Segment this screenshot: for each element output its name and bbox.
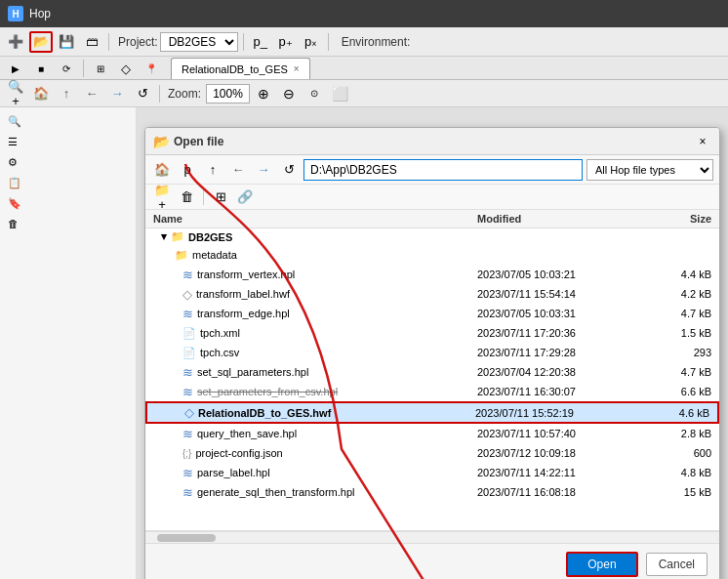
hwf-icon: ◇ — [182, 287, 192, 302]
p-x-btn[interactable]: pₓ — [300, 31, 323, 53]
new-btn[interactable]: ➕ — [4, 31, 27, 53]
dialog-close-btn[interactable]: × — [694, 133, 711, 150]
zoom-in-btn[interactable]: 🔍+ — [4, 83, 27, 104]
nav-home-btn[interactable]: 🏠 — [151, 159, 173, 181]
col-modified[interactable]: Modified — [477, 213, 633, 225]
new-folder-btn[interactable]: 📁+ — [151, 186, 173, 208]
nav-up-btn[interactable]: ↑ — [202, 159, 223, 181]
stop-btn[interactable]: ■ — [29, 58, 53, 79]
sidebar-item-2[interactable]: ☰ — [0, 132, 136, 152]
app-icon: H — [8, 6, 23, 21]
zoom-label: Zoom: — [168, 87, 201, 101]
csv-icon: 📄 — [182, 347, 196, 359]
sep-5 — [159, 85, 160, 103]
refresh-btn[interactable]: ↺ — [131, 83, 154, 104]
tab-label: RelationalDB_to_GES — [182, 63, 288, 75]
list-item[interactable]: ≋ generate_sql_then_transform.hpl 2023/0… — [145, 482, 719, 502]
play-btn[interactable]: ▶ — [4, 58, 27, 79]
toolbar-sep — [203, 189, 204, 205]
p-btn[interactable]: p_ — [249, 31, 272, 53]
path-input[interactable] — [303, 159, 583, 181]
open-button[interactable]: Open — [566, 552, 637, 577]
save-btn[interactable]: 💾 — [55, 31, 78, 53]
separator-2 — [243, 33, 244, 51]
tab-relationaldb[interactable]: RelationalDB_to_GES × — [171, 58, 310, 79]
list-item[interactable]: ≋ parse_label.hpl 2023/07/11 14:22:11 4.… — [145, 463, 719, 482]
list-item[interactable]: 📄 tpch.csv 2023/07/11 17:29:28 293 — [145, 343, 719, 362]
list-item[interactable]: 📄 tpch.xml 2023/07/11 17:20:36 1.5 kB — [145, 323, 719, 343]
folder-icon: 📁 — [175, 249, 188, 262]
link-btn[interactable]: 🔗 — [234, 186, 256, 208]
hpl-icon: ≋ — [182, 485, 193, 500]
nav-back-btn[interactable]: ← — [227, 159, 249, 181]
cancel-button[interactable]: Cancel — [646, 553, 708, 576]
env-label: Environment: — [342, 35, 411, 49]
diamond-btn[interactable]: ◇ — [114, 58, 138, 79]
tab-close-btn[interactable]: × — [294, 63, 300, 74]
home-btn[interactable]: 🏠 — [29, 83, 53, 104]
saveas-btn[interactable]: 🗃 — [80, 31, 103, 53]
nav-refresh-btn[interactable]: ↺ — [278, 159, 300, 181]
nav-fwd-btn[interactable]: → — [105, 83, 129, 104]
sidebar-item-3[interactable]: ⚙ — [0, 152, 136, 173]
view-btn[interactable]: ⊞ — [210, 186, 231, 208]
sidebar-item-6[interactable]: 🗑 — [0, 214, 136, 233]
dialog-nav: 🏠 p ↑ ← → ↺ All Hop file types — [145, 155, 719, 185]
nav-forward-btn[interactable]: → — [253, 159, 274, 181]
sidebar-item-5[interactable]: 🔖 — [0, 193, 136, 214]
nav-up-btn[interactable]: ↑ — [55, 83, 78, 104]
scrollbar-thumb[interactable] — [157, 534, 216, 542]
grid-btn[interactable]: ⊞ — [89, 58, 112, 79]
col-name[interactable]: Name — [153, 213, 477, 225]
p-plus-btn[interactable]: p₊ — [274, 31, 298, 53]
hpl-icon: ≋ — [182, 427, 193, 441]
json-icon: {;} — [182, 448, 191, 459]
file-list-header: Name Modified Size — [145, 210, 719, 228]
project-select[interactable]: DB2GES — [160, 32, 238, 52]
list-item-selected[interactable]: ◇ RelationalDB_to_GES.hwf 2023/07/11 15:… — [145, 401, 719, 424]
app-window: H Hop ➕ 📂 💾 🗃 Project: DB2GES p_ p₊ pₓ E… — [0, 0, 728, 579]
nav-p-btn[interactable]: p — [177, 159, 198, 181]
open-btn[interactable]: 📂 — [29, 31, 53, 53]
hpl-icon: ≋ — [182, 307, 193, 321]
filter-select[interactable]: All Hop file types — [586, 159, 713, 181]
dialog-title-icon: 📂 — [153, 134, 170, 149]
main-area: 🔍 ☰ ⚙ 📋 🔖 🗑 📂 Open file × — [0, 107, 728, 579]
hpl-icon: ≋ — [182, 385, 193, 399]
horizontal-scrollbar[interactable] — [145, 531, 719, 543]
open-file-dialog: 📂 Open file × 🏠 p ↑ ← → ↺ Al — [144, 127, 720, 579]
main-toolbar: ➕ 📂 💾 🗃 Project: DB2GES p_ p₊ pₓ Environ… — [0, 27, 728, 57]
sidebar-item-4[interactable]: 📋 — [0, 173, 136, 193]
dialog-bottom: Open Cancel — [145, 543, 719, 579]
title-bar: H Hop — [0, 0, 728, 27]
list-item[interactable]: ◇ transform_label.hwf 2023/07/11 15:54:1… — [145, 284, 719, 304]
list-item[interactable]: ≋ set_sql_parameters.hpl 2023/07/04 12:2… — [145, 362, 719, 382]
list-item[interactable]: {;} project-config.json 2023/07/12 10:09… — [145, 443, 719, 463]
canvas-area: 📂 Open file × 🏠 p ↑ ← → ↺ Al — [137, 107, 728, 579]
list-item[interactable]: ≋ transform_edge.hpl 2023/07/05 10:03:31… — [145, 304, 719, 323]
expand-icon: ▾ — [161, 230, 167, 243]
sidebar-item-1[interactable]: 🔍 — [0, 111, 136, 132]
fit-btn[interactable]: ⬜ — [328, 83, 351, 104]
hwf-icon: ◇ — [184, 405, 194, 420]
file-list[interactable]: ▾ 📁 DB2GES 📁 metadata — [145, 228, 719, 531]
list-item[interactable]: 📁 metadata — [145, 245, 719, 265]
separator-3 — [328, 33, 329, 51]
nav-back-btn[interactable]: ← — [80, 83, 103, 104]
zoom-minus-btn[interactable]: ⊖ — [277, 83, 301, 104]
list-item[interactable]: ≋ set_parameters_from_csv.hpl 2023/07/11… — [145, 382, 719, 401]
zoom-input[interactable] — [206, 84, 250, 103]
list-item[interactable]: ≋ transform_vertex.hpl 2023/07/05 10:03:… — [145, 265, 719, 284]
list-item[interactable]: ▾ 📁 DB2GES — [145, 228, 719, 245]
list-item[interactable]: ≋ query_then_save.hpl 2023/07/11 10:57:4… — [145, 424, 719, 443]
app-title: Hop — [29, 7, 51, 21]
canvas-toolbar: 🔍+ 🏠 ↑ ← → ↺ Zoom: ⊕ ⊖ ⊙ ⬜ — [0, 80, 728, 107]
zoom-plus-btn[interactable]: ⊕ — [252, 83, 275, 104]
col-size[interactable]: Size — [633, 213, 711, 225]
tab-bar: ▶ ■ ⟳ ⊞ ◇ 📍 RelationalDB_to_GES × — [0, 57, 728, 80]
hpl-icon: ≋ — [182, 466, 193, 480]
zoom-reset-btn[interactable]: ⊙ — [303, 83, 326, 104]
pause-btn[interactable]: ⟳ — [55, 58, 78, 79]
pin-btn[interactable]: 📍 — [140, 58, 163, 79]
delete-btn[interactable]: 🗑 — [176, 186, 197, 208]
